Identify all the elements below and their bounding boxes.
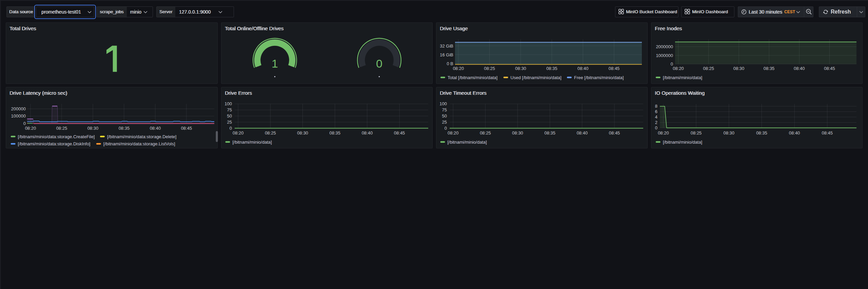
svg-text:[/bitnami/minio/data:storage.C: [/bitnami/minio/data:storage.CreateFile]: [18, 134, 95, 139]
svg-text:100000: 100000: [11, 113, 26, 119]
svg-text:Used [/bitnami/minio/data]: Used [/bitnami/minio/data]: [511, 75, 561, 80]
svg-text:16 GiB: 16 GiB: [440, 52, 453, 57]
svg-text:4: 4: [655, 114, 657, 120]
svg-text:08:20: 08:20: [673, 66, 684, 71]
svg-text:[/bitnami/minio/data:storage.D: [/bitnami/minio/data:storage.Delete]: [107, 134, 177, 139]
svg-text:[/bitnami/minio/data]: [/bitnami/minio/data]: [663, 75, 702, 80]
svg-text:Total [/bitnami/minio/data]: Total [/bitnami/minio/data]: [448, 75, 497, 80]
svg-text:08:30: 08:30: [733, 66, 745, 71]
svg-text:1000000: 1000000: [656, 53, 673, 58]
svg-text:08:45: 08:45: [609, 66, 620, 71]
svg-text:[/bitnami/minio/data:storage.L: [/bitnami/minio/data:storage.ListVols]: [103, 141, 175, 146]
svg-text:08:25: 08:25: [703, 66, 714, 71]
svg-text:08:25: 08:25: [691, 130, 702, 136]
svg-text:[/bitnami/minio/data]: [/bitnami/minio/data]: [233, 140, 272, 145]
svg-text:08:25: 08:25: [56, 126, 67, 131]
svg-text:2: 2: [655, 120, 657, 125]
svg-text:200000: 200000: [11, 106, 26, 111]
svg-text:08:35: 08:35: [764, 66, 775, 71]
svg-text:08:40: 08:40: [362, 130, 373, 136]
svg-text:08:30: 08:30: [297, 130, 308, 136]
svg-text:08:20: 08:20: [453, 66, 464, 71]
svg-text:08:45: 08:45: [609, 130, 620, 136]
svg-text:1: 1: [272, 57, 278, 70]
svg-text:08:45: 08:45: [394, 130, 405, 136]
svg-text:50: 50: [227, 113, 232, 119]
svg-text:08:40: 08:40: [577, 130, 588, 136]
svg-text:25: 25: [227, 120, 232, 125]
svg-text:32 GiB: 32 GiB: [440, 43, 453, 49]
svg-text:08:40: 08:40: [794, 66, 805, 71]
svg-text:0 B: 0 B: [447, 61, 453, 66]
svg-text:0: 0: [23, 121, 26, 126]
svg-text:75: 75: [442, 107, 447, 112]
svg-text:08:25: 08:25: [480, 130, 491, 136]
svg-text:08:25: 08:25: [484, 66, 495, 71]
svg-text:08:40: 08:40: [789, 130, 800, 136]
svg-text:08:30: 08:30: [515, 66, 526, 71]
svg-text:2000000: 2000000: [656, 44, 673, 49]
svg-text:08:30: 08:30: [512, 130, 523, 136]
svg-text:0: 0: [376, 57, 382, 70]
svg-text:[/bitnami/minio/data]: [/bitnami/minio/data]: [448, 140, 487, 145]
svg-text:75: 75: [227, 107, 232, 112]
svg-text:08:20: 08:20: [233, 130, 244, 136]
svg-text:08:35: 08:35: [546, 66, 557, 71]
svg-text:08:45: 08:45: [824, 66, 835, 71]
svg-text:100: 100: [224, 101, 232, 106]
svg-text:08:40: 08:40: [577, 66, 589, 71]
svg-text:08:30: 08:30: [724, 130, 735, 136]
svg-text:0: 0: [655, 125, 657, 130]
svg-text:08:40: 08:40: [150, 126, 161, 131]
svg-text:[/bitnami/minio/data:storage.D: [/bitnami/minio/data:storage.DiskInfo]: [18, 141, 91, 146]
svg-text:0: 0: [445, 126, 447, 131]
svg-text:08:20: 08:20: [658, 130, 669, 136]
svg-text:08:20: 08:20: [25, 126, 36, 131]
svg-text:08:35: 08:35: [119, 126, 130, 131]
svg-text:08:20: 08:20: [448, 130, 459, 136]
svg-text:08:35: 08:35: [545, 130, 556, 136]
svg-text:25: 25: [442, 120, 447, 125]
svg-text:08:45: 08:45: [822, 130, 833, 136]
svg-text:8: 8: [655, 104, 657, 109]
svg-text:08:30: 08:30: [87, 126, 99, 131]
svg-text:100: 100: [439, 101, 447, 106]
svg-text:6: 6: [655, 109, 657, 114]
svg-text:0: 0: [230, 126, 232, 131]
svg-text:08:25: 08:25: [265, 130, 276, 136]
svg-text:08:45: 08:45: [181, 126, 192, 131]
svg-text:08:35: 08:35: [330, 130, 341, 136]
svg-text:08:35: 08:35: [756, 130, 767, 136]
svg-text:50: 50: [442, 113, 447, 119]
svg-text:Free [/bitnami/minio/data]: Free [/bitnami/minio/data]: [574, 75, 624, 80]
svg-text:[/bitnami/minio/data]: [/bitnami/minio/data]: [663, 140, 702, 145]
